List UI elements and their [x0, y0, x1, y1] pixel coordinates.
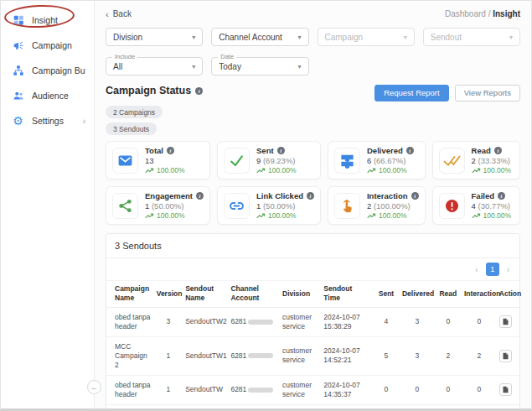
include-select[interactable]: Include All ▾ — [106, 57, 203, 75]
info-icon[interactable]: i — [494, 147, 502, 154]
stat-value: 1 — [256, 201, 261, 211]
view-reports-button[interactable]: View Reports — [455, 85, 520, 101]
stat-value: 2 — [472, 156, 476, 165]
trend-up-icon — [472, 213, 481, 219]
report-action-button[interactable] — [499, 383, 512, 396]
cell-action — [497, 307, 519, 336]
campaign-select-label: Campaign — [325, 33, 364, 42]
pagination-prev-icon[interactable]: ‹ — [473, 265, 479, 274]
trend-up-icon — [367, 168, 376, 174]
cell-sendout-time: 2024-10-07 14:52:21 — [321, 336, 373, 375]
division-select-label: Division — [113, 33, 142, 42]
info-icon[interactable]: i — [167, 147, 174, 154]
info-icon[interactable]: i — [277, 147, 285, 154]
sidebar-item-insight[interactable]: Insight — [1, 8, 94, 33]
col-sent[interactable]: Sent — [373, 281, 400, 307]
col-version[interactable]: Version — [154, 281, 183, 307]
stat-title: Delivered — [367, 146, 403, 155]
date-select-value: Today — [219, 62, 241, 71]
cell-delivered: 0 — [400, 375, 435, 404]
table-row: obed tanpa header 3 SendoutTW2 6281 cust… — [106, 307, 519, 336]
sendouts-count-badge: 3 Sendouts — [106, 122, 157, 135]
sidebar-item-campaign-builder[interactable]: Campaign Builder — [1, 58, 94, 83]
stat-title: Sent — [256, 146, 274, 155]
stat-title: Read — [472, 146, 491, 155]
stat-pct: (33.33%) — [478, 156, 510, 165]
cell-channel-account: 6281 — [228, 375, 280, 404]
chevron-down-icon: ▾ — [297, 34, 301, 41]
report-action-button[interactable] — [499, 350, 512, 362]
cell-read: 2 — [435, 336, 462, 375]
sendouts-table: Campaign Name Version Sendout Name Chann… — [106, 281, 519, 404]
report-action-button[interactable] — [499, 315, 512, 328]
sidebar-item-label: Campaign Builder — [32, 65, 85, 75]
col-campaign-name[interactable]: Campaign Name — [106, 281, 154, 307]
cell-version: 1 — [154, 375, 183, 404]
info-icon[interactable]: i — [195, 87, 203, 95]
breadcrumb: Dashboard / Insight — [445, 9, 520, 18]
col-sendout-name[interactable]: Sendout Name — [183, 281, 228, 307]
cell-sent: 4 — [373, 307, 400, 336]
double-check-icon — [439, 148, 465, 174]
back-button[interactable]: ‹ Back — [106, 9, 132, 19]
gear-icon: ⚙ — [12, 115, 24, 127]
channel-account-prefix: 6281 — [230, 385, 246, 393]
pagination-next-icon[interactable]: › — [505, 265, 511, 274]
sidebar-item-settings[interactable]: ⚙ Settings › — [1, 108, 94, 133]
cell-division: customer service — [280, 336, 321, 375]
page-title: Campaign Status i — [106, 85, 203, 96]
table-row: obed tanpa header 1 SendoutTW 6281 custo… — [106, 375, 519, 404]
campaign-select[interactable]: Campaign ▾ — [318, 28, 415, 46]
stat-card-sent: Senti 9 (69.23%) 100.00% — [217, 141, 321, 179]
stat-trend: 100.00% — [157, 211, 185, 220]
cell-sendout-name: SendoutTW1 — [183, 336, 228, 375]
sidebar-item-campaign[interactable]: Campaign — [1, 33, 94, 58]
col-read[interactable]: Read — [435, 281, 462, 307]
stat-pct: (69.23%) — [263, 156, 296, 165]
stat-trend: 100.00% — [483, 166, 512, 174]
report-file-icon — [502, 318, 509, 325]
chevron-right-icon: › — [83, 117, 85, 126]
stat-value: 4 — [472, 201, 476, 211]
stat-card-failed: Failedi 4 (30.77%) 100.00% — [432, 186, 520, 225]
division-select[interactable]: Division ▾ — [106, 28, 203, 46]
dashboard-grid-icon — [12, 14, 24, 27]
info-icon[interactable]: i — [196, 192, 204, 200]
envelope-icon — [112, 148, 138, 174]
sidebar-item-label: Settings — [32, 116, 64, 126]
cell-sendout-time: 2024-10-07 15:38:29 — [321, 307, 373, 336]
sidebar: Insight Campaign Campaign Builder Audien… — [1, 1, 95, 408]
col-channel-account[interactable]: Channel Account — [228, 281, 280, 307]
check-icon — [224, 148, 250, 174]
cell-sendout-name: SendoutTW — [183, 375, 228, 404]
sidebar-item-audience[interactable]: Audience — [1, 83, 94, 108]
sidebar-item-label: Insight — [32, 15, 58, 25]
info-icon[interactable]: i — [498, 192, 505, 200]
trend-up-icon — [145, 213, 154, 219]
breadcrumb-parent[interactable]: Dashboard — [445, 9, 486, 18]
info-icon[interactable]: i — [411, 192, 419, 200]
sendout-select[interactable]: Sendout ▾ — [423, 28, 520, 46]
cell-division: customer service — [280, 307, 321, 336]
sidebar-collapse-button[interactable]: ← — [87, 380, 101, 394]
info-icon[interactable]: i — [307, 192, 314, 200]
stat-card-interaction: Interactioni 2 (100.00%) 100.00% — [328, 186, 426, 225]
stat-value: 1 — [145, 201, 149, 211]
col-delivered[interactable]: Delivered — [400, 281, 435, 307]
col-division[interactable]: Division — [280, 281, 321, 307]
inbox-trays-icon — [334, 148, 360, 174]
stat-pct: (66.67%) — [374, 156, 406, 165]
cell-interaction: 0 — [462, 375, 497, 404]
date-select[interactable]: Date Today ▾ — [211, 57, 308, 75]
trend-up-icon — [256, 168, 266, 174]
chevron-left-icon: ‹ — [106, 9, 109, 19]
stat-value: 13 — [145, 156, 154, 165]
request-report-button[interactable]: Request Report — [374, 85, 449, 101]
col-sendout-time[interactable]: Sendout Time — [321, 281, 373, 307]
col-interaction[interactable]: Interaction — [462, 281, 497, 307]
info-icon[interactable]: i — [406, 147, 414, 154]
pagination-page-1[interactable]: 1 — [486, 263, 499, 276]
channel-account-select[interactable]: Channel Account ▾ — [211, 28, 308, 46]
stat-card-total: Totali 13 100.00% — [106, 141, 210, 179]
tap-hand-icon — [334, 193, 360, 219]
